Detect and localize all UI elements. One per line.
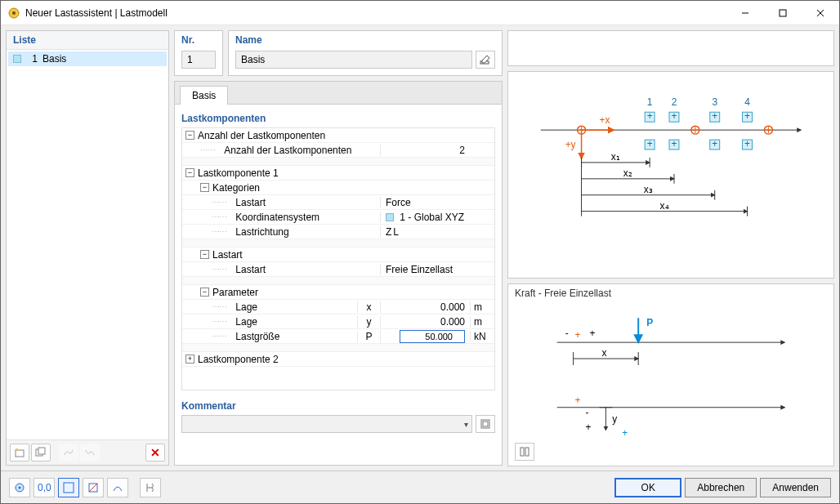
minimize-button[interactable]: [726, 1, 764, 25]
diagram-top-svg: +x +y ++++ ++++ 1 2 3 4: [508, 72, 833, 278]
svg-text:y: y: [612, 413, 617, 424]
svg-line-86: [89, 484, 97, 492]
collapse-icon[interactable]: −: [185, 131, 194, 140]
delete-button[interactable]: ✕: [145, 444, 165, 462]
app-icon: [7, 7, 20, 20]
tool-view3-button[interactable]: [107, 478, 128, 497]
name-box: Name Basis: [228, 30, 503, 76]
tree-row[interactable]: −Lastkomponente 1: [182, 166, 494, 181]
svg-text:-: -: [586, 406, 589, 417]
tree-row[interactable]: ⋯⋯ Lastart Force: [182, 195, 494, 210]
comment-title: Kommentar: [181, 399, 495, 415]
tool-view1-button[interactable]: [58, 478, 79, 497]
comment-library-button[interactable]: [476, 415, 495, 433]
collapse-icon[interactable]: −: [185, 168, 194, 177]
window-title: Neuer Lastassistent | Lastmodell: [25, 7, 726, 19]
svg-text:+: +: [647, 138, 653, 149]
maximize-button[interactable]: [764, 1, 802, 25]
group-title: Lastkomponenten: [181, 111, 495, 127]
app-window: Neuer Lastassistent | Lastmodell Liste 1…: [0, 0, 840, 504]
window-buttons: [726, 1, 839, 25]
collapse-icon[interactable]: −: [200, 288, 209, 297]
svg-text:x₄: x₄: [660, 200, 669, 212]
collapse-icon[interactable]: −: [200, 183, 209, 192]
svg-text:+: +: [671, 138, 677, 149]
tool-a-button[interactable]: [59, 444, 78, 462]
apply-button[interactable]: Anwenden: [760, 478, 831, 497]
list-panel: Liste 1 Basis ✕: [6, 30, 169, 466]
svg-rect-12: [483, 421, 488, 426]
group-kommentar: Kommentar ▾: [181, 399, 495, 433]
svg-text:-: -: [565, 328, 569, 339]
list-item-swatch: [13, 55, 21, 63]
titlebar: Neuer Lastassistent | Lastmodell: [1, 1, 839, 25]
tree-row[interactable]: −Kategorien: [182, 181, 494, 195]
list-toolbar: ✕: [7, 439, 168, 465]
svg-text:+: +: [744, 110, 750, 122]
list-body: 1 Basis: [7, 50, 168, 439]
cancel-button[interactable]: Abbrechen: [685, 478, 757, 497]
tree-row[interactable]: +Lastkomponente 2: [182, 352, 494, 367]
diagram-top: +x +y ++++ ++++ 1 2 3 4: [507, 71, 834, 279]
tree-row[interactable]: ⋯⋯ Lastart Freie Einzellast: [182, 262, 494, 277]
comment-combo[interactable]: ▾: [181, 415, 472, 433]
svg-rect-3: [780, 10, 786, 16]
svg-text:+: +: [647, 110, 653, 122]
svg-text:+: +: [671, 110, 677, 122]
svg-text:2: 2: [672, 96, 677, 108]
new-button[interactable]: [10, 444, 29, 462]
lastgroesse-input[interactable]: [400, 330, 465, 343]
svg-text:x₃: x₃: [644, 184, 653, 195]
chevron-down-icon: ▾: [464, 420, 468, 429]
svg-rect-9: [38, 448, 45, 454]
tree-row[interactable]: ⋯⋯ Anzahl der Lastkomponenten 2: [182, 143, 494, 158]
nr-field[interactable]: 1: [181, 51, 216, 69]
svg-text:+y: +y: [565, 139, 576, 150]
diagram-bottom-svg: + - + P x + - + y +: [508, 284, 833, 466]
nr-header: Nr.: [181, 34, 216, 46]
svg-rect-6: [16, 450, 24, 457]
tool-view2-button[interactable]: [83, 478, 104, 497]
tree-row[interactable]: ⋯⋯ Lage y 0.000 m: [182, 314, 494, 329]
svg-text:+: +: [575, 329, 581, 341]
list-header: Liste: [7, 31, 168, 50]
tree-row[interactable]: −Anzahl der Lastkomponenten: [182, 128, 494, 143]
list-item[interactable]: 1 Basis: [8, 51, 167, 66]
diagram-bottom: Kraft - Freie Einzellast + - + P x: [507, 283, 834, 466]
svg-text:+: +: [712, 138, 717, 149]
expand-icon[interactable]: +: [185, 355, 194, 364]
svg-rect-80: [525, 448, 529, 456]
tree-row[interactable]: ⋯⋯ Lastrichtung ZL: [182, 225, 494, 239]
rename-button[interactable]: [476, 51, 495, 69]
tool-decimals-button[interactable]: 0,00: [34, 478, 55, 497]
ok-button[interactable]: OK: [614, 478, 681, 497]
tree-row[interactable]: −Lastart: [182, 248, 494, 262]
duplicate-button[interactable]: [31, 444, 51, 462]
tree-row[interactable]: ⋯⋯ Lastgröße P kN: [182, 329, 494, 344]
svg-text:x₂: x₂: [623, 167, 632, 179]
tab-basis[interactable]: Basis: [180, 86, 228, 105]
list-item-number: 1: [26, 53, 38, 65]
tree-row[interactable]: ⋯⋯ Koordinatensystem 1 - Global XYZ: [182, 210, 494, 225]
svg-text:x₁: x₁: [611, 151, 620, 163]
tool-units-button[interactable]: [9, 478, 30, 497]
collapse-icon[interactable]: −: [200, 250, 209, 259]
name-field[interactable]: Basis: [235, 51, 472, 69]
svg-text:4: 4: [744, 96, 750, 108]
tree-row[interactable]: ⋯⋯ Lage x 0.000 m: [182, 300, 494, 314]
tree-row[interactable]: −Parameter: [182, 285, 494, 300]
svg-text:x: x: [601, 347, 606, 359]
name-header: Name: [235, 34, 495, 46]
close-button[interactable]: [802, 1, 839, 25]
property-tree: −Anzahl der Lastkomponenten ⋯⋯ Anzahl de…: [181, 127, 495, 390]
svg-text:0,00: 0,00: [38, 482, 51, 493]
svg-text:1: 1: [647, 96, 653, 108]
svg-rect-79: [521, 448, 524, 456]
diagram-settings-button[interactable]: [515, 443, 534, 461]
bottom-toolbar: 0,00 OK Abbrechen Anwenden: [1, 471, 839, 503]
tool-b-button[interactable]: [80, 444, 100, 462]
svg-text:3: 3: [712, 96, 717, 108]
tool-script-button[interactable]: [140, 478, 161, 497]
swatch-icon: [386, 213, 394, 221]
nr-box: Nr. 1: [174, 30, 223, 76]
